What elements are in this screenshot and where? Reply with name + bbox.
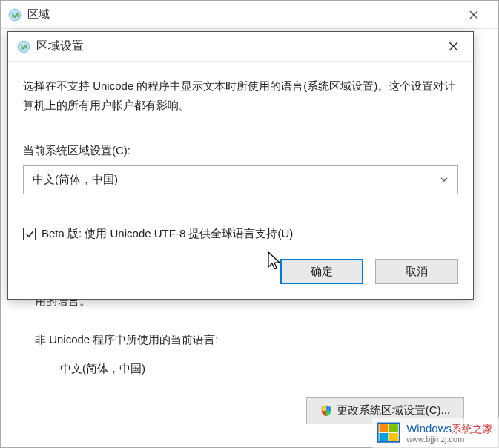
- region-settings-dialog: 区域设置 选择在不支持 Unicode 的程序中显示文本时所使用的语言(系统区域…: [7, 31, 474, 300]
- parent-titlebar: 区域: [1, 1, 498, 29]
- cancel-label: 取消: [406, 265, 428, 279]
- dialog-close-button[interactable]: [436, 34, 470, 59]
- globe-icon: [8, 8, 22, 22]
- locale-select[interactable]: 中文(简体，中国): [23, 165, 458, 194]
- watermark-brand: Windows: [406, 422, 452, 435]
- close-icon: [469, 10, 478, 19]
- utf8-checkbox[interactable]: Beta 版: 使用 Unicode UTF-8 提供全球语言支持(U): [23, 227, 458, 241]
- windows-logo-icon: [377, 421, 402, 446]
- locale-select-value: 中文(简体，中国): [33, 173, 118, 187]
- dialog-button-row: 确定 取消: [23, 256, 458, 289]
- dialog-description: 选择在不支持 Unicode 的程序中显示文本时所使用的语言(系统区域设置)。这…: [23, 76, 458, 114]
- close-icon: [449, 42, 458, 51]
- watermark-url: www.bjjmzj.com: [406, 435, 493, 444]
- dialog-titlebar: 区域设置: [8, 32, 473, 62]
- svg-rect-4: [380, 433, 389, 441]
- watermark: Windows系统之家 www.bjjmzj.com: [372, 418, 499, 448]
- watermark-brand-zh: 系统之家: [452, 423, 493, 435]
- current-locale-label: 当前系统区域设置(C):: [23, 144, 458, 158]
- ok-button[interactable]: 确定: [280, 259, 363, 284]
- globe-icon: [17, 40, 30, 53]
- svg-rect-2: [380, 424, 389, 432]
- shield-icon: [320, 405, 332, 417]
- ok-label: 确定: [311, 265, 333, 279]
- non-unicode-label: 非 Unicode 程序中所使用的当前语言:: [35, 333, 464, 347]
- cancel-button[interactable]: 取消: [375, 259, 458, 284]
- checkbox-label: Beta 版: 使用 Unicode UTF-8 提供全球语言支持(U): [42, 227, 293, 241]
- svg-point-1: [18, 41, 30, 53]
- dialog-title: 区域设置: [36, 39, 84, 54]
- change-locale-label: 更改系统区域设置(C)...: [337, 403, 450, 418]
- current-language-value: 中文(简体，中国): [60, 362, 464, 376]
- check-icon: [25, 230, 34, 239]
- svg-rect-3: [389, 424, 398, 432]
- parent-close-button[interactable]: [457, 4, 491, 26]
- svg-point-0: [9, 9, 21, 21]
- svg-rect-5: [389, 433, 398, 441]
- chevron-down-icon: [440, 174, 449, 186]
- checkbox-box: [23, 228, 36, 240]
- parent-title: 区域: [27, 7, 50, 22]
